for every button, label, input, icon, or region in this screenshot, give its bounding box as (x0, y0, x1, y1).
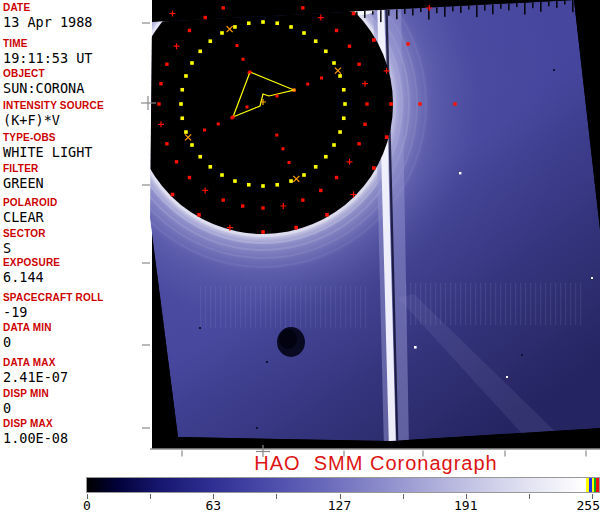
field-value: CLEAR (3, 209, 57, 225)
field-label: INTENSITY SOURCE (3, 100, 104, 111)
field-label: DISP MIN (3, 388, 49, 399)
colorbar-tick (150, 494, 151, 499)
field-value: 2.41E-07 (3, 369, 68, 385)
smm-coronagraph-viewer: DATE13 Apr 1988TIME19:11:53 UTOBJECTSUN:… (0, 0, 600, 512)
colorbar-tick (403, 494, 404, 499)
metadata-field-disp-min: DISP MIN0 (3, 388, 49, 416)
metadata-field-exposure: EXPOSURE6.144 (3, 257, 60, 285)
metadata-field-type-obs: TYPE-OBSWHITE LIGHT (3, 132, 92, 160)
field-label: EXPOSURE (3, 257, 60, 268)
colorbar-saturation-stripe (596, 478, 599, 492)
colorbar-tick-label: 127 (328, 498, 351, 512)
field-label: POLAROID (3, 197, 57, 208)
field-label: OBJECT (3, 68, 84, 79)
metadata-field-time: TIME19:11:53 UT (3, 38, 92, 66)
metadata-field-spacecraft-roll: SPACECRAFT ROLL-19 (3, 292, 104, 320)
coronagraph-image (140, 0, 600, 458)
field-label: DATA MIN (3, 322, 52, 333)
colorbar-tick-label: 63 (205, 498, 221, 512)
field-value: 1.00E-08 (3, 430, 68, 446)
colorbar-tick-label: 191 (454, 498, 477, 512)
metadata-field-disp-max: DISP MAX1.00E-08 (3, 418, 68, 446)
colorbar-tick-label: 0 (83, 498, 91, 512)
image-title: HAO SMM Coronagraph (152, 452, 600, 475)
colorbar-tick (276, 494, 277, 499)
field-value: -19 (3, 304, 104, 320)
field-label: TIME (3, 38, 92, 49)
metadata-field-sector: SECTORS (3, 228, 46, 256)
field-value: 0 (3, 400, 49, 416)
field-label: TYPE-OBS (3, 132, 92, 143)
metadata-field-intensity-source: INTENSITY SOURCE(K+F)*V (3, 100, 104, 128)
field-label: DATA MAX (3, 357, 68, 368)
field-label: DISP MAX (3, 418, 68, 429)
field-label: DATE (3, 2, 92, 13)
field-value: WHITE LIGHT (3, 144, 92, 160)
dust-blob (277, 327, 305, 357)
metadata-field-polaroid: POLAROIDCLEAR (3, 197, 57, 225)
field-label: SPACECRAFT ROLL (3, 292, 104, 303)
field-value: GREEN (3, 175, 44, 191)
film-frame (140, 0, 600, 458)
metadata-field-data-max: DATA MAX2.41E-07 (3, 357, 68, 385)
metadata-field-date: DATE13 Apr 1988 (3, 2, 92, 30)
colorbar-tick-label: 255 (577, 498, 600, 512)
metadata-field-filter: FILTERGREEN (3, 163, 44, 191)
field-value: 19:11:53 UT (3, 50, 92, 66)
metadata-field-object: OBJECTSUN:CORONA (3, 68, 84, 96)
colorbar-gradient (86, 477, 600, 493)
colorbar-tick (529, 494, 530, 499)
field-label: SECTOR (3, 228, 46, 239)
field-value: (K+F)*V (3, 112, 104, 128)
field-value: 6.144 (3, 269, 60, 285)
field-label: FILTER (3, 163, 44, 174)
field-value: SUN:CORONA (3, 80, 84, 96)
metadata-field-data-min: DATA MIN0 (3, 322, 52, 350)
field-value: S (3, 240, 46, 256)
field-value: 13 Apr 1988 (3, 14, 92, 30)
field-value: 0 (3, 334, 52, 350)
